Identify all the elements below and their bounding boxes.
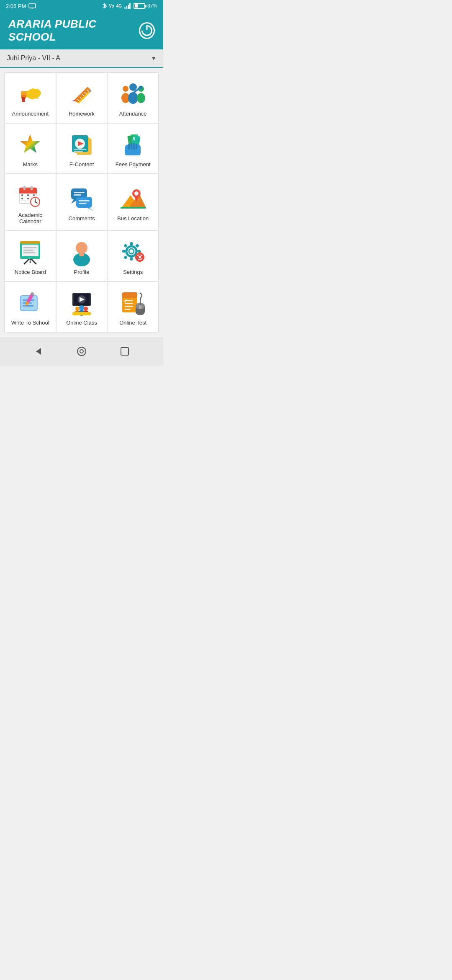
svg-line-81 xyxy=(24,258,30,264)
svg-point-139 xyxy=(77,347,86,356)
home-button[interactable] xyxy=(74,344,89,359)
svg-marker-70 xyxy=(87,208,94,211)
svg-rect-69 xyxy=(76,197,92,208)
student-name: Juhi Priya - VII - A xyxy=(7,54,60,62)
grid-item-calendar[interactable]: Academic Calendar xyxy=(5,174,56,231)
attendance-label: Attendance xyxy=(119,111,147,117)
svg-rect-96 xyxy=(130,257,133,260)
svg-point-56 xyxy=(27,194,29,196)
svg-point-121 xyxy=(75,307,80,311)
grid-item-bus[interactable]: Bus Location xyxy=(107,174,159,231)
homework-icon xyxy=(68,80,95,107)
svg-rect-60 xyxy=(23,186,26,190)
svg-rect-131 xyxy=(125,303,133,304)
grid-item-write[interactable]: Write To School xyxy=(5,281,56,332)
grid-item-noticeboard[interactable]: Notice Board xyxy=(5,231,56,281)
calendar-label: Academic Calendar xyxy=(9,212,51,224)
svg-rect-97 xyxy=(122,250,126,253)
homework-label: Homework xyxy=(69,111,95,117)
grid-item-onlineclass[interactable]: Online Class xyxy=(56,281,108,332)
svg-rect-74 xyxy=(79,203,86,204)
svg-point-58 xyxy=(21,198,23,199)
svg-rect-73 xyxy=(79,200,90,201)
svg-rect-5 xyxy=(128,5,129,9)
onlinetest-icon xyxy=(120,289,146,316)
recent-button[interactable] xyxy=(117,344,132,359)
noticeboard-icon xyxy=(17,239,44,266)
screen-icon xyxy=(28,3,36,8)
svg-point-79 xyxy=(134,191,139,196)
svg-point-24 xyxy=(123,86,128,92)
svg-point-90 xyxy=(76,242,87,254)
grid-item-attendance[interactable]: Attendance xyxy=(107,72,159,123)
svg-point-29 xyxy=(137,93,145,103)
grid-item-profile[interactable]: Profile xyxy=(56,231,108,281)
onlineclass-label: Online Class xyxy=(66,320,97,326)
svg-marker-10 xyxy=(27,88,33,100)
status-left: 2:05 PM xyxy=(6,3,36,9)
svg-rect-3 xyxy=(124,7,126,9)
grid-item-econtent[interactable]: E-Content xyxy=(56,123,108,174)
grid-item-announcement[interactable]: Announcement xyxy=(5,72,56,123)
svg-rect-43 xyxy=(128,144,130,150)
svg-rect-0 xyxy=(29,4,36,8)
svg-point-123 xyxy=(79,305,84,310)
menu-grid: Announcement Homework xyxy=(4,72,159,333)
grid-item-fees[interactable]: $ Fees Payment xyxy=(107,123,159,174)
svg-point-140 xyxy=(80,350,83,353)
marks-label: Marks xyxy=(23,161,38,168)
svg-rect-101 xyxy=(123,255,128,260)
svg-point-104 xyxy=(138,255,141,259)
fees-label: Fees Payment xyxy=(116,161,151,168)
svg-rect-108 xyxy=(142,256,144,258)
svg-marker-77 xyxy=(121,207,146,209)
bus-location-icon xyxy=(120,185,146,212)
announcement-label: Announcement xyxy=(12,111,49,117)
write-icon xyxy=(17,289,44,316)
svg-point-59 xyxy=(27,198,29,199)
back-button[interactable] xyxy=(31,344,46,359)
svg-rect-44 xyxy=(131,143,132,150)
marks-icon xyxy=(17,131,44,158)
status-bar: 2:05 PM Vo 4G 37% xyxy=(0,0,163,12)
signal-icon xyxy=(124,3,131,9)
svg-rect-137 xyxy=(139,305,141,309)
svg-rect-39 xyxy=(74,151,83,152)
comments-label: Comments xyxy=(69,215,95,222)
svg-rect-45 xyxy=(133,143,135,150)
svg-rect-50 xyxy=(19,191,37,193)
bus-label: Bus Location xyxy=(117,215,149,222)
bluetooth-icon xyxy=(102,3,107,9)
svg-rect-127 xyxy=(72,312,91,315)
app-title: ARARIA PUBLIC SCHOOL xyxy=(8,18,139,44)
svg-rect-38 xyxy=(74,149,86,150)
svg-rect-141 xyxy=(121,348,128,355)
dropdown-arrow-icon: ▼ xyxy=(151,55,157,62)
grid-item-homework[interactable]: Homework xyxy=(56,72,108,123)
svg-rect-105 xyxy=(139,252,141,255)
time-display: 2:05 PM xyxy=(6,3,26,9)
svg-rect-85 xyxy=(20,241,40,244)
svg-rect-61 xyxy=(31,186,33,190)
grid-item-settings[interactable]: Settings xyxy=(107,231,159,281)
svg-point-94 xyxy=(129,249,134,254)
status-right: Vo 4G 37% xyxy=(102,3,157,9)
svg-rect-133 xyxy=(125,309,131,310)
app-header: ARARIA PUBLIC SCHOOL xyxy=(0,12,163,49)
svg-line-82 xyxy=(30,258,36,264)
power-button[interactable] xyxy=(139,22,155,39)
settings-icon xyxy=(120,239,146,266)
svg-rect-132 xyxy=(125,306,133,307)
svg-rect-95 xyxy=(130,242,133,245)
econtent-label: E-Content xyxy=(69,161,94,168)
grid-item-marks[interactable]: Marks xyxy=(5,123,56,174)
volte-icon: Vo xyxy=(109,4,114,8)
comments-icon xyxy=(68,185,95,212)
svg-rect-71 xyxy=(74,192,85,193)
grid-item-comments[interactable]: Comments xyxy=(56,174,108,231)
grid-item-onlinetest[interactable]: Online Test xyxy=(107,281,159,332)
4g-icon: 4G xyxy=(116,4,122,8)
svg-text:$: $ xyxy=(133,137,135,141)
attendance-icon xyxy=(120,80,146,107)
student-dropdown[interactable]: Juhi Priya - VII - A ▼ xyxy=(0,49,163,68)
